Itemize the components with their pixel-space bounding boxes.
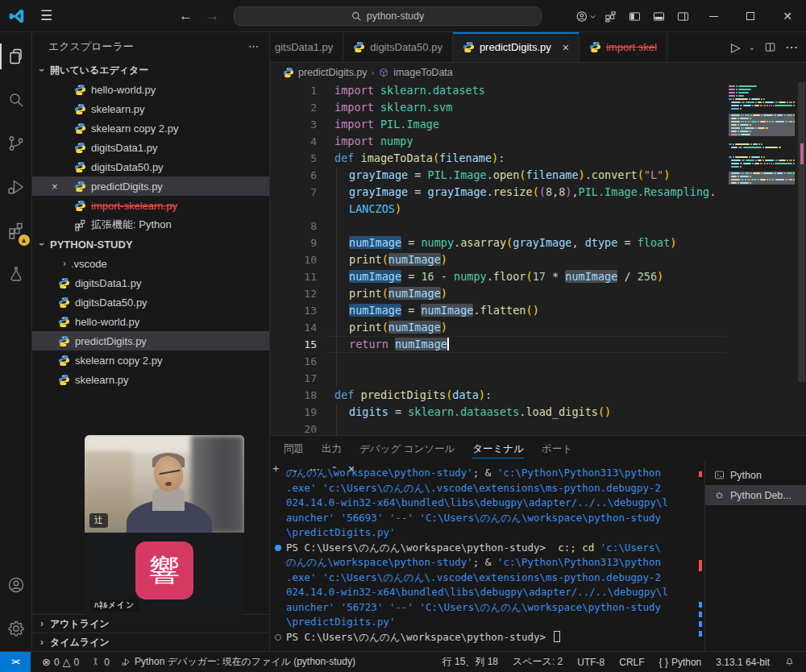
split-editor-icon[interactable] [763, 40, 777, 54]
open-editor-item[interactable]: ×predictDigits.py [32, 176, 269, 196]
close-icon[interactable]: × [52, 180, 58, 193]
panel-tab[interactable]: ポート [542, 436, 572, 462]
maximize-button[interactable] [732, 0, 769, 32]
testing-icon[interactable] [0, 255, 32, 293]
close-icon[interactable]: × [563, 41, 569, 54]
open-editor-item[interactable]: import-skelearn.py [32, 196, 269, 215]
explorer-icon[interactable] [0, 37, 32, 76]
cursor-position[interactable]: 行 15、列 18 [442, 655, 498, 669]
code-line[interactable]: 6grayImage = PIL.Image.open(filename).co… [270, 167, 806, 184]
editor-tab[interactable]: gitsData1.py [270, 32, 343, 62]
panel-tab[interactable]: ターミナル [472, 436, 524, 462]
close-button[interactable]: ✕ [769, 0, 806, 32]
code-line[interactable]: 7grayImage = grayImage.resize((8,8),PIL.… [270, 184, 806, 201]
back-icon[interactable]: ← [179, 8, 193, 24]
toggle-secondary-sidebar-icon[interactable] [671, 0, 695, 32]
terminal-output[interactable]: のんのん\workspace\python-study'; & 'c:\Pyth… [270, 462, 703, 651]
panel-tab[interactable]: 問題 [284, 436, 304, 462]
code-line[interactable]: 8 [270, 218, 806, 234]
open-editor-item[interactable]: 拡張機能: Python [32, 215, 269, 234]
account-icon[interactable] [574, 0, 598, 32]
terminal-session-item[interactable]: Python [705, 465, 806, 485]
extensions-icon[interactable]: ▲ [0, 211, 32, 250]
code-line[interactable]: 20 [270, 421, 806, 435]
minimize-button[interactable] [695, 0, 732, 32]
ports-status[interactable]: 0 [90, 657, 110, 668]
code-line[interactable]: 9numImage = numpy.asarray(grayImage, dty… [270, 234, 806, 251]
code-line[interactable]: 11numImage = 16 - numpy.floor(17 * numIm… [270, 268, 806, 285]
code-line[interactable]: 4import numpy [270, 133, 806, 150]
open-editor-item[interactable]: skelearn.py [32, 99, 269, 118]
editor-scrollbar[interactable] [796, 82, 806, 435]
code-editor[interactable]: 1import sklearn.datasets2import sklearn.… [270, 82, 806, 435]
eol-sequence[interactable]: CRLF [619, 657, 644, 668]
code-line[interactable]: LANCZOS) [270, 201, 806, 218]
tree-item[interactable]: ›.vscode [32, 254, 269, 273]
remote-indicator[interactable]: >< [0, 652, 31, 672]
account-icon[interactable] [0, 566, 32, 604]
open-editor-item[interactable]: digitsData1.py [32, 138, 269, 157]
code-line[interactable]: 16 [270, 353, 806, 370]
code-line[interactable]: 14print(numImage) [270, 319, 806, 336]
editor-tab[interactable]: digitsData50.py [343, 32, 453, 62]
tree-item[interactable]: skelearn copy 2.py [32, 351, 269, 370]
code-line[interactable]: 17 [270, 370, 806, 387]
code-line[interactable]: 18def predictDigits(data): [270, 387, 806, 404]
scrollbar-thumb[interactable] [798, 82, 805, 382]
tree-item[interactable]: predictDigits.py [32, 331, 269, 351]
problems-status[interactable]: ⊗0 △0 [42, 656, 79, 668]
terminal-session-item[interactable]: Python Deb... [705, 485, 806, 505]
outline-section[interactable]: ›アウトライン [32, 614, 269, 633]
code-line[interactable]: 1import sklearn.datasets [270, 82, 806, 99]
terminal-scrollbar[interactable] [697, 465, 702, 648]
code-line[interactable]: 2import sklearn.svm [270, 99, 806, 116]
breadcrumb-file[interactable]: predictDigits.py [298, 67, 367, 78]
open-editor-item[interactable]: digitsData50.py [32, 157, 269, 176]
editor-tab[interactable]: predictDigits.py× [453, 32, 580, 62]
breadcrumb-symbol[interactable]: imageToData [393, 67, 453, 78]
open-editor-item[interactable]: skelearn copy 2.py [32, 118, 269, 138]
sidebar-more-actions-icon[interactable]: ⋯ [248, 40, 260, 52]
command-decoration-icon[interactable] [275, 545, 281, 551]
search-icon[interactable] [0, 81, 32, 119]
notifications-bell-icon[interactable] [784, 657, 795, 667]
tree-item[interactable]: hello-world.py [32, 312, 269, 331]
command-decoration-icon[interactable] [275, 634, 281, 641]
open-editors-header[interactable]: › 開いているエディター [32, 60, 269, 80]
code-line[interactable]: 19digits = sklearn.dataasets.load_digits… [270, 404, 806, 421]
run-and-debug-icon[interactable] [0, 168, 32, 206]
open-editor-item[interactable]: hello-world.py [32, 80, 269, 99]
settings-gear-icon[interactable] [0, 609, 32, 648]
encoding[interactable]: UTF-8 [577, 657, 604, 668]
editor-tab[interactable]: import skel [580, 32, 667, 62]
run-python-file-icon[interactable]: ▷ [731, 40, 741, 55]
toggle-panel-icon[interactable] [646, 0, 671, 32]
code-line[interactable]: 15return numImage [270, 336, 806, 353]
code-line[interactable]: 3import PIL.Image [270, 116, 806, 133]
tree-item[interactable]: skelearn.py [32, 370, 269, 389]
indentation[interactable]: スペース: 2 [513, 655, 563, 669]
source-control-icon[interactable] [0, 124, 32, 163]
command-center-search[interactable]: python-study [234, 6, 542, 26]
more-actions-icon[interactable]: ⋯ [785, 39, 798, 55]
toggle-primary-sidebar-icon[interactable] [622, 0, 646, 32]
run-dropdown-chevron-icon[interactable]: ⌄ [749, 43, 755, 52]
forward-icon[interactable]: → [206, 8, 219, 24]
tree-item[interactable]: digitsData1.py [32, 273, 269, 292]
minimap[interactable] [729, 85, 795, 185]
breadcrumb[interactable]: predictDigits.py › imageToData [270, 63, 806, 82]
language-mode[interactable]: { }Python [659, 657, 702, 668]
code-line[interactable]: 10print(numImage) [270, 251, 806, 268]
tree-item[interactable]: digitsData50.py [32, 292, 269, 312]
panel-tab[interactable]: デバッグ コンソール [359, 436, 455, 462]
code-line[interactable]: 13numImage = numImage.flatten() [270, 302, 806, 319]
debugger-status[interactable]: Python デバッガー: 現在のファイル (python-study) [121, 655, 355, 669]
customize-layout-icon[interactable] [598, 0, 622, 32]
panel-tab[interactable]: 出力 [322, 436, 342, 462]
python-interpreter[interactable]: 3.13.1 64-bit [716, 657, 770, 668]
code-line[interactable]: 12print(numImage) [270, 285, 806, 302]
menu-icon[interactable]: ☰ [40, 7, 53, 24]
timeline-section[interactable]: ›タイムライン [32, 633, 269, 651]
workspace-header[interactable]: › PYTHON-STUDY [32, 234, 269, 254]
code-line[interactable]: 5def imageToData(filename): [270, 150, 806, 167]
